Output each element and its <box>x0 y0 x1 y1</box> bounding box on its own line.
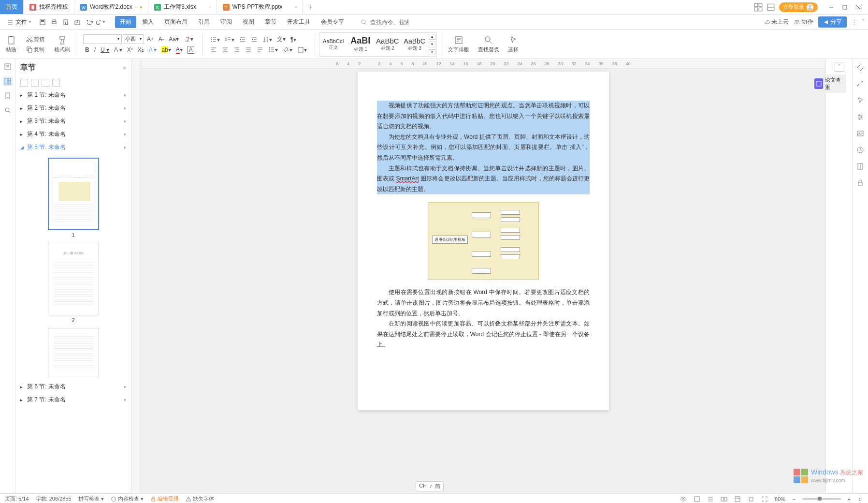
section-4[interactable]: ▸第 4 节: 未命名▾ <box>15 128 131 141</box>
window-minimize[interactable] <box>825 1 837 13</box>
status-content[interactable]: 内容检查 ▾ <box>111 495 144 503</box>
zoom-fit[interactable] <box>761 496 768 503</box>
page-thumb-2[interactable]: 第一章 XXXX <box>48 243 99 315</box>
menubar-more[interactable]: ⋮ <box>852 19 857 26</box>
login-button[interactable]: 立即登录 <box>779 2 818 12</box>
bold-button[interactable]: B <box>83 45 91 54</box>
menu-tab-references[interactable]: 引用 <box>193 16 215 28</box>
strikethrough-button[interactable]: A ▾ <box>112 45 124 54</box>
coop-button[interactable]: 协作 <box>794 18 813 26</box>
font-color-button[interactable]: A▾ <box>174 45 185 55</box>
titlebar-tab-word[interactable]: W Word教程2.docx ▫ • <box>74 0 148 14</box>
status-page[interactable]: 页面: 5/14 <box>5 495 29 503</box>
sidebar-tool-4[interactable] <box>52 79 60 87</box>
command-search-input[interactable] <box>370 19 409 26</box>
page-thumb-1[interactable] <box>48 158 99 230</box>
right-pane-collapse[interactable]: ˆ <box>835 62 844 72</box>
font-size-combo[interactable]: 小四▾ <box>123 34 144 44</box>
rail-pointer-icon[interactable] <box>856 97 865 105</box>
borders[interactable]: ▾ <box>295 45 309 54</box>
menu-tab-insert[interactable]: 插入 <box>137 16 159 28</box>
status-words[interactable]: 字数: 206/2855 <box>36 495 72 503</box>
align-right[interactable] <box>231 45 242 54</box>
status-edit-restrict[interactable]: 编辑受限 <box>150 495 179 503</box>
status-missing-font[interactable]: 缺失字体 <box>186 495 214 503</box>
menu-tab-section[interactable]: 章节 <box>260 16 281 28</box>
paragraph-5[interactable]: 在新的阅读视图中阅读更加容易。可以折叠文档某些部分并关注所需文本。如果在达到结尾… <box>377 319 590 350</box>
tab-menu-icon[interactable]: ▫ <box>295 4 297 10</box>
qat-export[interactable] <box>72 17 82 27</box>
underline-button[interactable]: U ▾ <box>99 45 111 54</box>
status-eye-icon[interactable] <box>680 496 687 503</box>
menu-tab-review[interactable]: 审阅 <box>216 16 237 28</box>
titlebar-tab-template[interactable]: 找稻壳模板 <box>24 0 74 14</box>
line-spacing[interactable]: ▾ <box>266 45 280 54</box>
page-thumb-3[interactable] <box>48 328 99 376</box>
show-marks[interactable]: ¶▾ <box>289 35 298 44</box>
clear-format[interactable]: ▾ <box>182 35 195 44</box>
titlebar-home-tab[interactable]: 首页 <box>0 0 24 14</box>
document-area[interactable]: 642246810121416182022242628303234363840 … <box>141 59 825 493</box>
increase-indent[interactable] <box>249 35 260 44</box>
sidebar-tool-2[interactable] <box>31 79 39 87</box>
italic-button[interactable]: I <box>92 45 98 54</box>
cloud-button[interactable]: 未上云 <box>763 18 789 26</box>
rail-thumbnails[interactable] <box>3 76 13 86</box>
zoom-in[interactable]: + <box>848 496 851 502</box>
style-expand[interactable]: ▿ <box>429 49 435 55</box>
rail-search[interactable] <box>3 105 13 115</box>
section-3[interactable]: ▸第 3 节: 未命名▾ <box>15 115 131 128</box>
style-scroll-down[interactable]: ▾ <box>429 42 435 47</box>
status-spell[interactable]: 拼写检查 ▾ <box>78 495 104 503</box>
qat-print-preview[interactable] <box>61 17 71 27</box>
text-layout-button[interactable]: 文字排版 <box>445 34 472 54</box>
copy-button[interactable]: 复制 <box>24 45 46 54</box>
tab-menu-icon[interactable]: ▫ <box>209 4 211 10</box>
style-normal[interactable]: AaBbCcI 正文 <box>320 34 347 55</box>
shrink-font[interactable]: A- <box>157 35 166 44</box>
align-center[interactable] <box>220 45 231 54</box>
char-border-button[interactable]: A <box>186 45 196 55</box>
text-effect-button[interactable]: A ▾ <box>147 45 159 54</box>
select-button[interactable]: 选择 <box>505 34 521 54</box>
menu-tab-view[interactable]: 视图 <box>238 16 259 28</box>
rail-image-icon[interactable] <box>856 130 865 138</box>
qat-save[interactable] <box>38 17 47 27</box>
sidebar-tool-3[interactable] <box>42 79 49 87</box>
section-7[interactable]: ▸第 7 节: 未命名▾ <box>15 393 131 406</box>
menu-tab-member[interactable]: 会员专享 <box>316 16 349 28</box>
view-print-layout[interactable] <box>694 496 700 503</box>
align-justify[interactable] <box>243 45 254 54</box>
rail-clock-icon[interactable] <box>856 146 865 155</box>
zoom-value[interactable]: 80% <box>775 496 785 502</box>
window-maximize[interactable] <box>839 1 851 13</box>
view-reading[interactable] <box>721 496 727 503</box>
style-heading3[interactable]: AaBbC 标题 3 <box>402 34 428 55</box>
status-expand[interactable] <box>857 496 863 502</box>
zoom-slider[interactable] <box>802 498 841 500</box>
file-menu[interactable]: 文件 ▾ <box>4 18 34 26</box>
asian-layout[interactable]: 文▾ <box>275 34 288 44</box>
rail-bookmark[interactable] <box>3 91 13 101</box>
style-scroll-up[interactable]: ▴ <box>429 34 435 40</box>
align-left[interactable] <box>208 45 219 54</box>
grow-font[interactable]: A+ <box>145 35 156 44</box>
highlight-button[interactable]: ab▾ <box>159 45 173 54</box>
paragraph-2[interactable]: 为使您的文档具有专业外观，Word 提供了页眉、页脚、封面和文本框设计，这些设计… <box>377 132 590 163</box>
view-web[interactable] <box>734 496 741 503</box>
shading[interactable]: ▾ <box>281 45 294 54</box>
font-name-combo[interactable]: ▾ <box>83 34 122 44</box>
section-1[interactable]: ▸第 1 节: 未命名▾ <box>15 89 131 102</box>
titlebar-tab-ppt[interactable]: P WPS PPT教程.pptx ▫ <box>217 0 304 14</box>
view-focus[interactable] <box>748 496 754 503</box>
paragraph-3[interactable]: 主题和样式也有助于文档保持协调。当您单击设计并选择新的主题时，图片、图表或 Sm… <box>377 163 590 195</box>
rail-pencil-icon[interactable] <box>856 80 865 89</box>
paragraph-4[interactable]: 使用在需要位置出现的新按钮在 Word 中保存时间。若要更改图片适应文档的方式，… <box>377 287 590 319</box>
style-heading2[interactable]: AaBbC 标题 2 <box>375 34 401 55</box>
window-close[interactable] <box>853 1 864 13</box>
ribbon-collapse[interactable]: ˆ <box>862 19 864 26</box>
paste-button[interactable]: 粘贴 <box>3 34 19 54</box>
style-heading1[interactable]: AaBl 标题 1 <box>347 34 374 55</box>
decrease-indent[interactable] <box>237 35 248 44</box>
mindmap-diagram[interactable]: 通用会议纪要模板 <box>428 202 539 280</box>
